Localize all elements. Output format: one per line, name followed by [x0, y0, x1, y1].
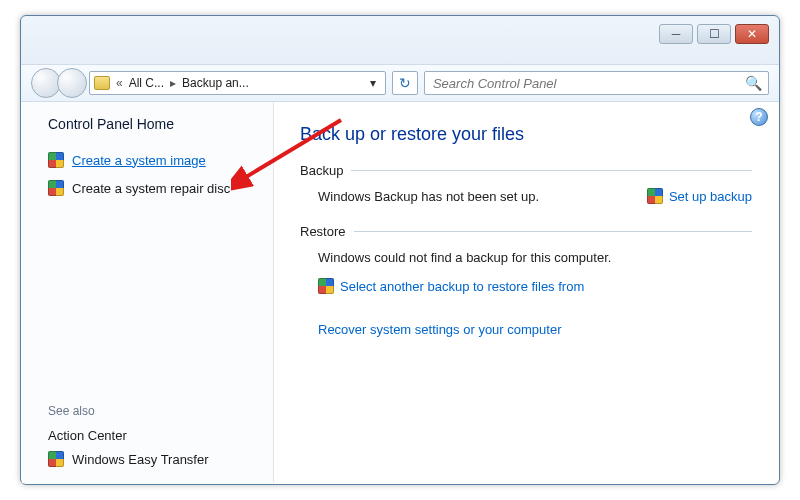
- link-label: Set up backup: [669, 189, 752, 204]
- nav-buttons: [31, 68, 83, 98]
- help-button[interactable]: ?: [750, 108, 768, 126]
- refresh-button[interactable]: ↻: [392, 71, 418, 95]
- close-button[interactable]: ✕: [735, 24, 769, 44]
- restore-row: Windows could not find a backup for this…: [300, 249, 752, 267]
- link-label: Action Center: [48, 428, 127, 443]
- control-panel-window: ─ ☐ ✕ « All C... ▸ Backup an... ▾ ↻ 🔍 Co…: [20, 15, 780, 485]
- link-label: Create a system image: [72, 153, 206, 168]
- address-dropdown-button[interactable]: ▾: [365, 76, 381, 90]
- section-title-text: Backup: [300, 163, 343, 178]
- link-label: Select another backup to restore files f…: [340, 279, 584, 294]
- search-icon[interactable]: 🔍: [745, 75, 762, 91]
- minimize-button[interactable]: ─: [659, 24, 693, 44]
- folder-icon: [94, 76, 110, 90]
- content-body: Control Panel Home Create a system image…: [22, 102, 778, 483]
- help-icon: ?: [755, 110, 762, 124]
- breadcrumb-leading-chevron: «: [116, 76, 123, 90]
- window-controls: ─ ☐ ✕: [659, 24, 769, 44]
- shield-icon: [48, 180, 64, 196]
- set-up-backup-link[interactable]: Set up backup: [647, 188, 752, 204]
- divider: [351, 170, 752, 171]
- page-title: Back up or restore your files: [300, 124, 752, 145]
- shield-icon: [48, 152, 64, 168]
- maximize-button[interactable]: ☐: [697, 24, 731, 44]
- address-toolbar: « All C... ▸ Backup an... ▾ ↻ 🔍: [21, 64, 779, 102]
- section-title-text: Restore: [300, 224, 346, 239]
- control-panel-home[interactable]: Control Panel Home: [48, 116, 255, 132]
- breadcrumb-separator: ▸: [170, 76, 176, 90]
- backup-section-header: Backup: [300, 163, 752, 178]
- backup-row: Windows Backup has not been set up. Set …: [300, 188, 752, 206]
- link-windows-easy-transfer[interactable]: Windows Easy Transfer: [48, 451, 255, 467]
- shield-icon: [647, 188, 663, 204]
- see-also-heading: See also: [48, 404, 255, 418]
- breadcrumb-segment-2[interactable]: Backup an...: [182, 76, 249, 90]
- select-another-backup-link[interactable]: Select another backup to restore files f…: [300, 278, 752, 294]
- link-create-system-image[interactable]: Create a system image: [48, 152, 255, 168]
- sidebar: Control Panel Home Create a system image…: [22, 102, 274, 483]
- forward-button[interactable]: [57, 68, 87, 98]
- restore-status-text: Windows could not find a backup for this…: [318, 249, 752, 267]
- search-input[interactable]: [431, 75, 745, 92]
- backup-status-text: Windows Backup has not been set up.: [318, 188, 633, 206]
- shield-icon: [48, 451, 64, 467]
- link-label: Create a system repair disc: [72, 181, 230, 196]
- link-label: Windows Easy Transfer: [72, 452, 209, 467]
- refresh-icon: ↻: [399, 75, 411, 91]
- recover-system-settings-link[interactable]: Recover system settings or your computer: [300, 322, 752, 337]
- divider: [354, 231, 752, 232]
- link-action-center[interactable]: Action Center: [48, 428, 255, 443]
- restore-section-header: Restore: [300, 224, 752, 239]
- search-box[interactable]: 🔍: [424, 71, 769, 95]
- address-bar[interactable]: « All C... ▸ Backup an... ▾: [89, 71, 386, 95]
- breadcrumb-segment-1[interactable]: All C...: [129, 76, 164, 90]
- link-create-repair-disc[interactable]: Create a system repair disc: [48, 180, 255, 196]
- shield-icon: [318, 278, 334, 294]
- main-content: ? Back up or restore your files Backup W…: [274, 102, 778, 483]
